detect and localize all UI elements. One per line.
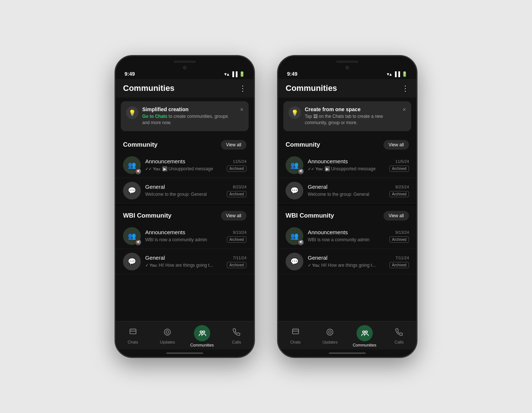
- chat-preview-row-wbi-ann-1: WBI is now a community admin Archived: [145, 236, 246, 243]
- nav-label-chats-1: Chats: [127, 340, 138, 344]
- nav-label-updates-1: Updates: [160, 340, 175, 344]
- archived-badge-general-2: Archived: [389, 191, 409, 197]
- speaker-bar-2: [336, 61, 358, 63]
- signal-icon: ▐▐: [231, 71, 238, 77]
- chat-item-announcements-2[interactable]: 👥 📢 Announcements 11/5/24 ✓✓ You: ▶ Unsu…: [278, 153, 416, 178]
- camera-dot: [183, 66, 187, 69]
- chat-item-general-1[interactable]: 💬 General 8/23/24 Welcome to the group: …: [116, 178, 254, 204]
- svg-point-8: [327, 329, 333, 335]
- chat-name-wbi-announcements-2: Announcements: [308, 229, 348, 235]
- banner-icon-1: 💡: [126, 106, 139, 119]
- calls-icon-2: [395, 328, 403, 338]
- chat-info-wbi-announcements-2: Announcements 9/13/24 WBI is now a commu…: [308, 229, 409, 243]
- section-title-wbi-1: WBI Community: [123, 212, 171, 219]
- nav-chats-2[interactable]: Chats: [278, 328, 313, 344]
- scroll-content-1[interactable]: Community View all 👥 📢 Announcements 1: [116, 135, 254, 321]
- nav-updates-1[interactable]: Updates: [150, 328, 185, 344]
- view-all-wbi-2[interactable]: View all: [383, 211, 409, 221]
- phone-1: 9:49 ▾▴ ▐▐ 🔋 Communities ⋮ 💡 Simplified …: [115, 55, 255, 358]
- view-all-community-2[interactable]: View all: [383, 140, 409, 150]
- chat-preview-row-1: ✓✓ You: ▶ Unsupported message Archived: [145, 165, 246, 172]
- chat-date-wbi-announcements-1: 9/13/24: [233, 230, 246, 235]
- home-bar-2: [329, 352, 366, 354]
- phone-frame-top-2: [278, 56, 416, 69]
- bottom-nav-2: Chats Updates Communities: [278, 321, 416, 349]
- menu-dots-1[interactable]: ⋮: [239, 84, 246, 93]
- chat-date-wbi-general-2: 7/11/24: [395, 256, 409, 260]
- nav-communities-2[interactable]: Communities: [347, 325, 382, 347]
- app-content-1: Communities ⋮ 💡 Simplified creation Go t…: [116, 79, 254, 349]
- phone-frame-top: [116, 56, 254, 69]
- banner-title-2: Create from one space: [305, 106, 399, 112]
- wbi-group-avatar-icon: 💬: [128, 257, 136, 266]
- media-icon: ▶: [162, 166, 167, 171]
- banner-link-1[interactable]: Go to Chats: [142, 114, 167, 119]
- nav-communities-1[interactable]: Communities: [185, 325, 219, 347]
- nav-label-communities-1: Communities: [190, 343, 214, 347]
- chat-date-wbi-general-1: 7/11/24: [233, 256, 246, 260]
- chat-info-wbi-announcements-1: Announcements 9/13/24 WBI is now a commu…: [145, 229, 246, 243]
- calls-icon-1: [232, 328, 241, 338]
- section-header-community-1: Community View all: [116, 135, 254, 153]
- chat-info-announcements-2: Announcements 11/5/24 ✓✓ You: ▶ Unsuppor…: [308, 158, 409, 172]
- app-content-2: Communities ⋮ 💡 Create from one space Ta…: [278, 79, 416, 349]
- scroll-content-2[interactable]: Community View all 👥 📢 Announcements 1: [278, 135, 416, 321]
- section-title-wbi-2: WBI Community: [286, 212, 334, 219]
- chat-name-row-wbi-gen-1: General 7/11/24: [145, 255, 246, 261]
- battery-icon: 🔋: [239, 71, 245, 77]
- section-community-2: Community View all 👥 📢 Announcements 1: [278, 135, 416, 204]
- nav-updates-2[interactable]: Updates: [313, 328, 348, 344]
- chat-item-announcements-1[interactable]: 👥 📢 Announcements 11/5/24 ✓✓ You: ▶ Unsu…: [116, 153, 254, 178]
- updates-icon-1: [163, 328, 171, 338]
- banner-desc-2: Tap 🖼 on the Chats tab to create a new c…: [305, 113, 399, 126]
- archived-badge-wbi-announcements-2: Archived: [389, 236, 409, 243]
- app-header-2: Communities ⋮: [278, 79, 416, 98]
- megaphone-badge-2: 📢: [297, 168, 304, 175]
- chat-preview-row-general-2: Welcome to the group: General Archived: [308, 191, 409, 197]
- nav-calls-1[interactable]: Calls: [219, 328, 254, 344]
- view-all-community-1[interactable]: View all: [221, 140, 246, 150]
- svg-point-2: [164, 329, 171, 335]
- chat-item-wbi-announcements-2[interactable]: 👥 📢 Announcements 9/13/24 WBI is now a c…: [278, 223, 416, 249]
- chat-item-wbi-announcements-1[interactable]: 👥 📢 Announcements 9/13/24 WBI is now a c…: [116, 223, 254, 249]
- section-title-community-2: Community: [286, 141, 320, 149]
- chat-preview-wbi-general-1: ✓ You: Hi! How are things going t...: [145, 263, 225, 268]
- phone-2: 9:49 ▾▴ ▐▐ 🔋 Communities ⋮ 💡 Create from…: [277, 55, 417, 358]
- nav-label-communities-2: Communities: [353, 343, 376, 347]
- chats-icon-1: [129, 328, 137, 338]
- avatar-wbi-general-1: 💬: [123, 253, 141, 270]
- home-indicator-2: [278, 349, 416, 357]
- communities-btn-2: [357, 325, 373, 341]
- nav-chats-1[interactable]: Chats: [116, 328, 150, 344]
- chat-preview-wbi-general-2: ✓ You: Hi! How are things going t...: [308, 263, 387, 268]
- megaphone-badge-wbi-1: 📢: [135, 239, 141, 246]
- chat-info-wbi-general-2: General 7/11/24 ✓ You: Hi! How are thing…: [308, 255, 409, 268]
- wifi-icon: ▾▴: [224, 71, 229, 77]
- chat-preview-row-wbi-gen-2: ✓ You: Hi! How are things going t... Arc…: [308, 262, 409, 268]
- communities-btn-1: [194, 325, 210, 341]
- avatar-announcements-1: 👥 📢: [123, 156, 141, 174]
- chat-name-row-wbi-ann-2: Announcements 9/13/24: [308, 229, 409, 235]
- svg-point-3: [166, 331, 169, 333]
- speaker-bar: [174, 61, 196, 63]
- chat-info-wbi-general-1: General 7/11/24 ✓ You: Hi! How are thing…: [145, 255, 246, 268]
- menu-dots-2[interactable]: ⋮: [402, 84, 409, 93]
- banner-close-1[interactable]: ×: [240, 106, 243, 113]
- home-bar-1: [166, 352, 203, 354]
- chat-name-wbi-general-2: General: [308, 255, 327, 261]
- svg-point-10: [362, 331, 365, 333]
- chat-name-general-2: General: [308, 184, 327, 190]
- view-all-wbi-1[interactable]: View all: [221, 211, 246, 221]
- section-community-1: Community View all 👥 📢 Announcements 1: [116, 135, 254, 204]
- chat-item-wbi-general-2[interactable]: 💬 General 7/11/24 ✓ You: Hi! How are thi…: [278, 249, 416, 274]
- banner-close-2[interactable]: ×: [403, 106, 406, 113]
- signal-icon-2: ▐▐: [393, 71, 400, 77]
- banner-desc-1: Go to Chats to create communities, group…: [142, 113, 236, 126]
- nav-calls-2[interactable]: Calls: [382, 328, 417, 344]
- wbi-announcement-avatar-icon: 👥: [128, 232, 136, 240]
- megaphone-badge-1: 📢: [135, 168, 141, 175]
- chat-item-wbi-general-1[interactable]: 💬 General 7/11/24 ✓ You: Hi! How are thi…: [116, 249, 254, 274]
- section-header-wbi-1: WBI Community View all: [116, 206, 254, 223]
- chat-item-general-2[interactable]: 💬 General 8/23/24 Welcome to the group: …: [278, 178, 416, 204]
- chat-name-row-2: Announcements 11/5/24: [308, 158, 409, 164]
